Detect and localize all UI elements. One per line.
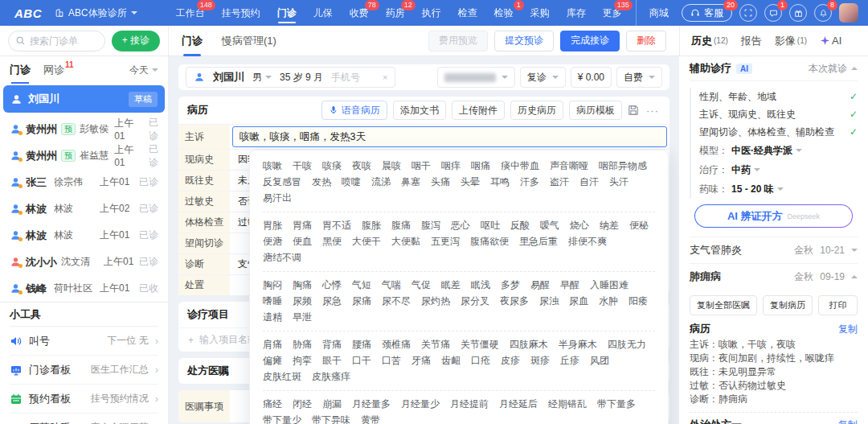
symptom-tag[interactable]: 耳鸣 bbox=[490, 176, 510, 188]
copy-external-rx-link[interactable]: 复制 bbox=[838, 418, 858, 424]
emr-action-button[interactable]: 上传附件 bbox=[452, 101, 505, 120]
symptom-tag[interactable]: 胃不适 bbox=[322, 220, 351, 232]
symptom-tag[interactable]: 头汗 bbox=[609, 176, 628, 188]
symptom-tag[interactable]: 口干 bbox=[352, 355, 371, 367]
symptom-tag[interactable]: 月经量多 bbox=[352, 398, 391, 410]
symptom-tag[interactable]: 易醒 bbox=[530, 279, 550, 291]
symptom-tag[interactable]: 头痛 bbox=[431, 176, 450, 188]
symptom-tag[interactable]: 口苦 bbox=[382, 355, 401, 367]
history-visit-row[interactable]: 支气管肺炎 金秋 10-21 bbox=[690, 237, 858, 263]
message-button[interactable]: 1 bbox=[764, 4, 782, 22]
symptom-tag[interactable]: 牙痛 bbox=[411, 355, 431, 367]
patient-row[interactable]: 林波 林波 上午01 已诊 bbox=[0, 222, 168, 249]
symptom-tag[interactable]: 夜咳 bbox=[352, 160, 371, 172]
copy-button[interactable]: 复制全部医嘱 bbox=[690, 295, 757, 315]
visit-tab[interactable]: 慢病管理(1) bbox=[222, 26, 276, 56]
symptom-tag[interactable]: 眠浅 bbox=[471, 279, 490, 291]
symptom-tag[interactable]: 夜尿多 bbox=[500, 295, 529, 307]
tab-online[interactable]: 网诊 11 bbox=[43, 56, 74, 84]
emr-action-button[interactable]: 添加文书 bbox=[393, 101, 446, 120]
patient-row[interactable]: 钱峰 荷叶社区 上午01 已收 bbox=[0, 275, 168, 302]
widget-clinic-board[interactable]: 门诊看板 医生工作汇总 › bbox=[10, 356, 158, 385]
notification-button[interactable]: 8 bbox=[814, 4, 832, 22]
more-icon[interactable]: ··· bbox=[645, 105, 661, 117]
symptom-tag[interactable]: 便溏 bbox=[263, 236, 282, 248]
symptom-tag[interactable]: 反酸 bbox=[510, 220, 530, 232]
ai-prescribe-button[interactable]: AI 辨证开方 Deepseek bbox=[694, 204, 853, 228]
visit-action-button[interactable]: 删除 bbox=[626, 31, 666, 51]
symptom-tag[interactable]: 自汗 bbox=[579, 176, 599, 188]
symptom-tag[interactable]: 入睡困难 bbox=[590, 279, 628, 291]
symptom-tag[interactable]: 经期错乱 bbox=[548, 398, 587, 410]
symptom-tag[interactable]: 易汗出 bbox=[263, 192, 292, 204]
symptom-tag[interactable]: 气短 bbox=[352, 279, 371, 291]
symptom-tag[interactable]: 胃痛 bbox=[293, 220, 312, 232]
symptom-tag[interactable]: 肩痛 bbox=[263, 339, 282, 351]
symptom-tag[interactable]: 月经量少 bbox=[401, 398, 440, 410]
symptom-tag[interactable]: 皮肤瘙痒 bbox=[312, 371, 350, 383]
widget-call-number[interactable]: 叫号 下一位 无 › bbox=[10, 327, 158, 356]
nav-item[interactable]: 药房 12 bbox=[386, 0, 405, 26]
symptom-tag[interactable]: 皮疹 bbox=[501, 355, 520, 367]
symptom-tag[interactable]: 腹泻 bbox=[421, 220, 440, 232]
copy-record-link[interactable]: 复制 bbox=[838, 323, 858, 336]
clear-icon[interactable]: × bbox=[383, 72, 387, 82]
symptom-tag[interactable]: 尿急 bbox=[322, 295, 342, 307]
patient-row[interactable]: 黄州州 预 彭敏侯 上午01 已诊 bbox=[0, 116, 168, 142]
widget-appointment-board[interactable]: 预约看板 挂号预约情况 › bbox=[10, 385, 158, 414]
widget-medication-assistant[interactable]: 用药助手 安全合理用药 › bbox=[10, 414, 158, 424]
symptom-tag[interactable]: 五更泻 bbox=[431, 236, 460, 248]
history-visit-row[interactable]: 肺痈病 金秋 09-19 bbox=[690, 263, 858, 290]
symptom-tag[interactable]: 关节痛 bbox=[421, 339, 450, 351]
nav-item[interactable]: 挂号预约 bbox=[222, 0, 260, 26]
symptom-tag[interactable]: 干咳 bbox=[293, 160, 312, 172]
symptom-tag[interactable]: 痛经 bbox=[263, 398, 282, 410]
history-panel-tab[interactable]: 报告 bbox=[741, 34, 762, 48]
patient-row[interactable]: 沈小小 沈文清 上午01 已诊 bbox=[0, 249, 168, 275]
symptom-tag[interactable]: 发热 bbox=[312, 176, 331, 188]
symptom-tag[interactable]: 声音嘶哑 bbox=[550, 160, 588, 172]
symptom-tag[interactable]: 咳嗽 bbox=[263, 160, 282, 172]
symptom-tag[interactable]: 里急后重 bbox=[519, 236, 558, 248]
history-panel-tab[interactable]: AI bbox=[820, 35, 841, 47]
fullscreen-button[interactable] bbox=[739, 4, 757, 22]
symptom-tag[interactable]: 痰中带血 bbox=[501, 160, 539, 172]
visit-tab[interactable]: 门诊 bbox=[182, 26, 203, 56]
history-panel-tab[interactable]: 历史 (12) bbox=[691, 34, 728, 48]
copy-button[interactable]: 打印 bbox=[818, 295, 858, 315]
symptom-tag[interactable]: 咽痒 bbox=[441, 160, 461, 172]
date-filter[interactable]: 今天 bbox=[129, 64, 158, 77]
nav-item[interactable]: 门诊 bbox=[277, 0, 297, 26]
symptom-tag[interactable]: 半身麻木 bbox=[559, 339, 597, 351]
nav-item[interactable]: 检验 1 bbox=[494, 0, 514, 26]
symptom-tag[interactable]: 风团 bbox=[590, 355, 609, 367]
symptom-tag[interactable]: 尿灼热 bbox=[421, 295, 450, 307]
symptom-tag[interactable]: 尿痛 bbox=[352, 295, 371, 307]
symptom-tag[interactable]: 多梦 bbox=[501, 279, 520, 291]
symptom-tag[interactable]: 盗汗 bbox=[550, 176, 569, 188]
symptom-tag[interactable]: 恶心 bbox=[451, 220, 470, 232]
symptom-tag[interactable]: 咽干 bbox=[411, 160, 431, 172]
symptom-tag[interactable]: 皮肤红斑 bbox=[263, 371, 301, 383]
nav-item[interactable]: 儿保 bbox=[313, 0, 333, 26]
symptom-tag[interactable]: 尿分叉 bbox=[461, 295, 489, 307]
assist-option-select[interactable]: 药味： 15 - 20 味 bbox=[699, 179, 858, 199]
nav-item[interactable]: 检查 bbox=[458, 0, 477, 26]
tab-clinic[interactable]: 门诊 bbox=[10, 56, 31, 84]
patient-row-selected[interactable]: 刘国川 草稿 bbox=[3, 85, 165, 113]
symptom-tag[interactable]: 晨咳 bbox=[382, 160, 401, 172]
symptom-tag[interactable]: 喷嚏 bbox=[342, 176, 361, 188]
symptom-tag[interactable]: 眼干 bbox=[322, 355, 342, 367]
symptom-tag[interactable]: 心悸 bbox=[322, 279, 342, 291]
symptom-tag[interactable]: 带下量少 bbox=[263, 414, 301, 424]
nav-item[interactable]: 商城 bbox=[636, 0, 669, 26]
user-avatar[interactable] bbox=[839, 3, 858, 23]
symptom-tag[interactable]: 齿衄 bbox=[441, 355, 461, 367]
symptom-tag[interactable]: 阳痿 bbox=[628, 295, 648, 307]
symptom-tag[interactable]: 关节僵硬 bbox=[461, 339, 499, 351]
symptom-tag[interactable]: 四肢无力 bbox=[608, 339, 646, 351]
symptom-tag[interactable]: 腰痛 bbox=[352, 339, 371, 351]
redacted-select[interactable] bbox=[437, 67, 515, 88]
assist-option-select[interactable]: 模型： 中医·经典学派 bbox=[699, 141, 858, 160]
visit-action-button[interactable]: 费用预览 bbox=[428, 31, 488, 51]
